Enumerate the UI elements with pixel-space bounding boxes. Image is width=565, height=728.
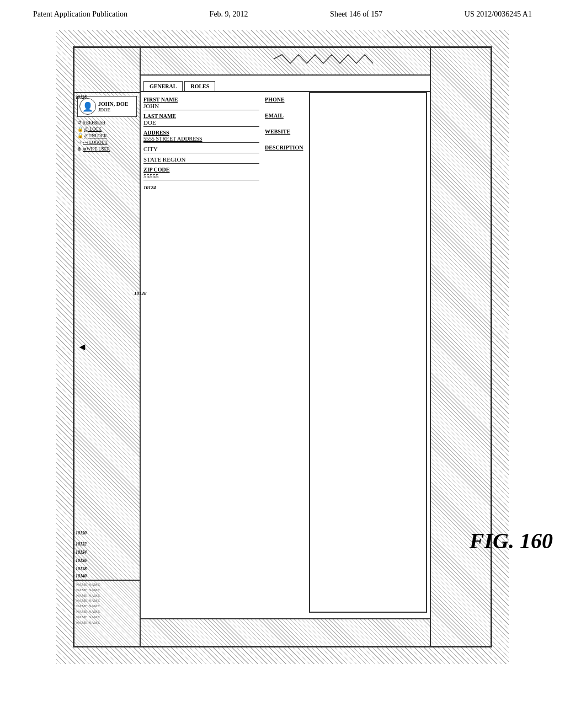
- id-10134: 10134: [76, 550, 87, 555]
- id-10136: 10136: [76, 558, 87, 563]
- id-10128: 10128: [76, 95, 87, 100]
- unlock-label: @UNLOCK: [84, 133, 107, 138]
- tabs-row: 10126 GENERAL ROLES: [141, 76, 430, 92]
- value-state: STATE REGION: [143, 156, 259, 164]
- action-wipe[interactable]: ⊗ ⊗WIPE USER: [77, 146, 137, 152]
- field-lastname: LAST NAME DOE: [143, 113, 259, 127]
- description-box[interactable]: [309, 92, 427, 613]
- id-10130: 10130: [76, 531, 87, 536]
- form-right: PHONE EMAIL WEBSITE DESCRIPTION: [262, 92, 430, 618]
- list-items: NAME NAME NAME NAME NAME NAME NAME NAME …: [74, 581, 140, 627]
- right-sidebar: [430, 48, 491, 646]
- left-sidebar: ◄ 👤 JOHN, DOE JDOE ↺: [74, 48, 141, 646]
- tab-roles[interactable]: ROLES: [184, 81, 215, 91]
- value-zip: 55555: [143, 173, 259, 180]
- value-city: CITY: [143, 146, 259, 153]
- phone-frame: ◄ 👤 JOHN, DOE JDOE ↺: [73, 46, 492, 647]
- lock-icon: 🔒: [77, 126, 83, 132]
- field-city: CITY: [143, 146, 259, 153]
- form-left: FIRST NAME JOHN LAST NAME DOE ADDRESS 55…: [141, 92, 262, 618]
- form-content: FIRST NAME JOHN LAST NAME DOE ADDRESS 55…: [141, 92, 430, 618]
- label-address: ADDRESS: [143, 130, 259, 136]
- action-buttons-list: ↺ $ REFRESH 🔒 @ LOCK 🔓 @UNLOCK ⊣: [77, 120, 137, 152]
- label-zip: ZIP CODE: [143, 167, 259, 173]
- patent-header: Patent Application Publication Feb. 9, 2…: [0, 0, 565, 24]
- id-10138: 10138: [76, 566, 87, 571]
- user-avatar: 👤: [79, 98, 96, 115]
- header-date: Feb. 9, 2012: [210, 10, 248, 19]
- field-state: STATE REGION: [143, 156, 259, 164]
- logout-label: -⊣ LOGOUT: [83, 140, 108, 145]
- user-name-short: JDOE: [98, 107, 128, 113]
- signal-bars: [257, 53, 401, 65]
- logout-icon: ⊣: [77, 140, 82, 145]
- header-patent: US 2012/0036245 A1: [465, 10, 532, 19]
- user-info: JOHN, DOE JDOE: [98, 101, 128, 113]
- phone-content: 10126 GENERAL ROLES FIRST NAME JOHN: [141, 76, 430, 618]
- action-logout[interactable]: ⊣ -⊣ LOGOUT: [77, 140, 137, 145]
- refresh-icon: ↺: [77, 120, 82, 125]
- tab-general[interactable]: GENERAL: [143, 81, 183, 91]
- fig-label: FIG. 160: [470, 528, 553, 554]
- action-unlock[interactable]: 🔓 @UNLOCK: [77, 133, 137, 138]
- value-firstname: JOHN: [143, 103, 259, 110]
- bottom-bar: [141, 618, 430, 646]
- header-left: Patent Application Publication: [33, 10, 127, 19]
- value-lastname: DOE: [143, 119, 259, 127]
- left-sidebar-bottom-list: NAME NAME NAME NAME NAME NAME NAME NAME …: [74, 580, 140, 646]
- action-refresh[interactable]: ↺ $ REFRESH: [77, 120, 137, 125]
- main-content: ◄ 👤 JOHN, DOE JDOE ↺: [0, 24, 565, 670]
- value-address: 5555 STREET ADDRESS: [143, 136, 259, 143]
- id-10132: 10132: [76, 542, 87, 547]
- diagram-wrapper: ◄ 👤 JOHN, DOE JDOE ↺: [56, 30, 509, 664]
- id-10128-outer: 10128: [134, 291, 147, 296]
- field-zip: ZIP CODE 55555: [143, 167, 259, 180]
- label-firstname: FIRST NAME: [143, 97, 259, 103]
- unlock-icon: 🔓: [77, 133, 83, 138]
- action-lock[interactable]: 🔒 @ LOCK: [77, 126, 137, 132]
- refresh-label: $ REFRESH: [83, 120, 105, 125]
- annotation-10124: 10124: [143, 185, 259, 190]
- field-address: ADDRESS 5555 STREET ADDRESS: [143, 130, 259, 143]
- label-lastname: LAST NAME: [143, 113, 259, 119]
- user-name-full: JOHN, DOE: [98, 101, 128, 107]
- wipe-icon: ⊗: [77, 146, 82, 152]
- top-bar: [141, 48, 430, 76]
- id-10140: 10140: [76, 574, 87, 579]
- lock-label: @ LOCK: [84, 127, 102, 132]
- field-firstname: FIRST NAME JOHN: [143, 97, 259, 110]
- wipe-label: ⊗WIPE USER: [83, 147, 110, 152]
- header-sheet: Sheet 146 of 157: [330, 10, 382, 19]
